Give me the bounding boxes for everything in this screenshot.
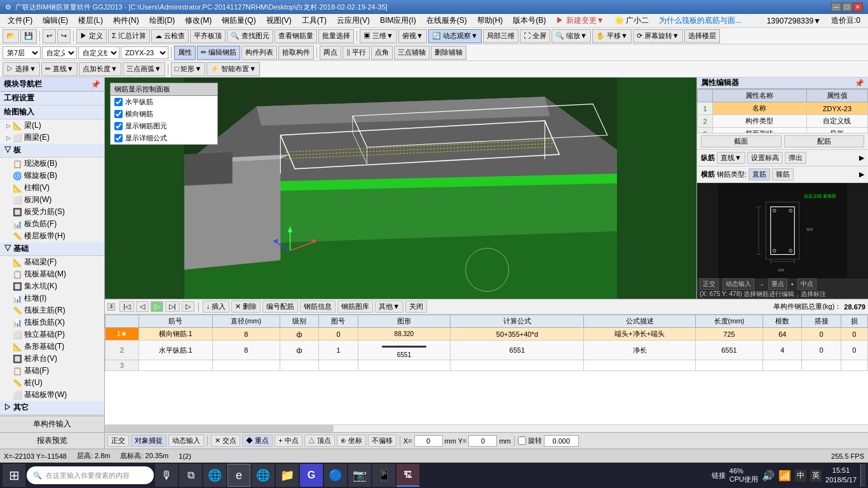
taskbar-phone[interactable]: 📱 xyxy=(372,464,395,487)
tree-floor-belt[interactable]: 📏 楼层板带(H) xyxy=(0,230,104,242)
diameter[interactable]: 8 xyxy=(212,328,280,341)
tree-slab-hole[interactable]: ⬜ 板洞(W) xyxy=(0,194,104,206)
grade[interactable]: ф xyxy=(280,341,318,360)
nav-first[interactable]: |◁ xyxy=(119,301,134,312)
tb-align-top[interactable]: 平齐板顶 xyxy=(190,29,226,43)
mini-ortho[interactable]: 正交 xyxy=(700,278,719,290)
panel-pin[interactable]: 📌 xyxy=(91,80,100,89)
grade[interactable] xyxy=(280,360,318,371)
insert-btn[interactable]: ↓ 插入 xyxy=(203,301,230,313)
menu-modify[interactable]: 修改(M) xyxy=(180,14,217,27)
formula[interactable]: 50+355+40*d xyxy=(451,328,584,341)
menu-bim[interactable]: BIM应用(I) xyxy=(375,14,421,27)
length[interactable] xyxy=(695,360,763,371)
tree-found-base[interactable]: 📋 基础(F) xyxy=(0,365,104,377)
start-button[interactable]: ⊞ xyxy=(3,464,25,487)
longi-set-height[interactable]: 设置标高 xyxy=(747,152,783,164)
snap-center[interactable]: + 中点 xyxy=(275,435,302,447)
num-rebar-btn[interactable]: 编号配筋 xyxy=(262,301,298,313)
taskbar-ie[interactable]: e xyxy=(227,464,250,487)
tb-straight-line[interactable]: ✏ 直线▼ xyxy=(41,62,78,76)
tb-undo[interactable]: ↩ xyxy=(43,29,56,43)
taskbar-task-view[interactable]: ⧉ xyxy=(179,464,202,487)
rebar-check-formula[interactable]: 显示详细公式 xyxy=(111,132,217,144)
tray-lang[interactable]: 中 xyxy=(795,470,806,482)
tree-sump[interactable]: 🔲 集水坑(K) xyxy=(0,280,104,292)
section-engineering[interactable]: 工程设置 xyxy=(0,92,104,105)
tree-found-belt[interactable]: ⬜ 基础板带(W) xyxy=(0,389,104,401)
rotate-input[interactable] xyxy=(544,435,579,447)
count[interactable]: 64 xyxy=(763,328,802,341)
rebar-info-btn[interactable]: 钢筋信息 xyxy=(300,301,336,313)
nav-prev[interactable]: ◁ xyxy=(136,301,149,312)
type-selector[interactable]: 自定义 xyxy=(42,46,77,59)
table-row[interactable]: 1★横向钢筋.18ф088.32050+355+40*d端头+净长+端头7256… xyxy=(105,328,868,341)
tree-raft-main[interactable]: 📏 筏板主筋(R) xyxy=(0,304,104,316)
close-btn[interactable]: ✕ xyxy=(853,3,863,11)
taskbar-search[interactable]: 🔍 在这里输入你要搜索的内容 xyxy=(27,466,154,484)
menu-floor[interactable]: 楼层(L) xyxy=(73,14,108,27)
menu-cloud[interactable]: 云应用(V) xyxy=(332,14,375,27)
rebar-check-horiz[interactable]: 水平纵筋 xyxy=(111,96,217,108)
tree-raft-neg[interactable]: 📊 筏板负筋(X) xyxy=(0,316,104,329)
tb-3d[interactable]: ▣ 三维▼ xyxy=(360,29,397,43)
tb-point-angle[interactable]: 点角 xyxy=(371,46,393,60)
row-num[interactable]: 1★ xyxy=(105,328,139,341)
snap-intersect[interactable]: ✕ 交点 xyxy=(211,435,240,447)
fig-num[interactable] xyxy=(319,360,358,371)
shape[interactable]: 6551 xyxy=(358,341,451,360)
tree-col-cap[interactable]: 📐 柱帽(V) xyxy=(0,182,104,194)
longi-straight[interactable]: 直线▼ xyxy=(717,152,745,164)
snap-coord[interactable]: ⊕ 坐标 xyxy=(337,435,366,447)
desc[interactable]: 净长 xyxy=(584,341,695,360)
rebar-check-show[interactable]: 显示钢筋图元 xyxy=(111,120,217,132)
tb-screen-rotate[interactable]: ⟳ 屏幕旋转▼ xyxy=(633,29,683,43)
table-row[interactable]: 3 xyxy=(105,360,868,371)
tree-col-pier[interactable]: 📊 柱墩(I) xyxy=(0,292,104,304)
tb-define[interactable]: ▶ 定义 xyxy=(76,29,107,43)
loss[interactable]: 0 xyxy=(841,328,867,341)
tree-cast-slab[interactable]: 📋 现浇板(B) xyxy=(0,158,104,170)
taskbar-circle[interactable]: 🔵 xyxy=(324,464,347,487)
shape[interactable]: 88.320 xyxy=(358,328,451,341)
bar-id[interactable] xyxy=(139,360,212,371)
y-input[interactable] xyxy=(468,435,497,447)
show-desktop[interactable] xyxy=(860,464,865,487)
bar-id[interactable]: 水平纵筋.1 xyxy=(139,341,212,360)
section-others[interactable]: ▷ 其它 xyxy=(0,401,104,415)
diameter[interactable]: 8 xyxy=(212,341,280,360)
diameter[interactable] xyxy=(212,360,280,371)
prop-pin[interactable]: 📌 xyxy=(855,79,864,88)
viewport-3d[interactable]: 钢筋显示控制面板 水平纵筋 横向钢筋 显示钢筋图元 显示详细公式 xyxy=(105,78,696,299)
shape[interactable] xyxy=(358,360,451,371)
tb-calculate[interactable]: Σ 汇总计算 xyxy=(108,29,150,43)
tb-three-point[interactable]: 三点辅轴 xyxy=(394,46,430,60)
trans-stirrup-btn[interactable]: 箍筋 xyxy=(772,168,794,180)
tb-member-list[interactable]: 构件列表 xyxy=(241,46,277,60)
menu-file[interactable]: 文件(F) xyxy=(3,14,37,27)
menu-version[interactable]: 版本号(B) xyxy=(508,14,551,27)
report-preview-btn[interactable]: 报表预览 xyxy=(0,432,104,449)
menu-rebar[interactable]: 钢筋量(Q) xyxy=(217,14,261,27)
close-table-btn[interactable]: 关闭 xyxy=(405,301,427,313)
tb-rectangle[interactable]: □ 矩形▼ xyxy=(171,62,206,76)
tb-pick-member[interactable]: 拾取构件 xyxy=(278,46,314,60)
nav-last[interactable]: ▷ xyxy=(182,301,194,312)
mini-midpoint[interactable]: 重点 xyxy=(768,278,787,290)
fig-num[interactable]: 0 xyxy=(319,328,358,341)
section-btn[interactable]: 截面 xyxy=(701,135,782,147)
menu-draw[interactable]: 绘图(D) xyxy=(144,14,180,27)
desc[interactable]: 端头+净长+端头 xyxy=(584,328,695,341)
tb-delete-axis[interactable]: 删除辅轴 xyxy=(431,46,466,60)
x-input[interactable] xyxy=(414,435,443,447)
rebar-check-trans[interactable]: 横向钢筋 xyxy=(111,108,217,120)
tb-point-extend[interactable]: 点加长度▼ xyxy=(79,62,121,76)
taskbar-edge[interactable]: 🌐 xyxy=(203,464,226,487)
count[interactable]: 4 xyxy=(763,341,802,360)
tb-cloud-check[interactable]: ☁ 云检查 xyxy=(151,29,189,43)
menu-help[interactable]: 帮助(H) xyxy=(472,14,508,27)
loss[interactable] xyxy=(841,360,867,371)
tray-link[interactable]: 链接 xyxy=(712,471,726,480)
taskbar-camera[interactable]: 📷 xyxy=(348,464,371,487)
longi-popup[interactable]: 弹出 xyxy=(785,152,806,164)
